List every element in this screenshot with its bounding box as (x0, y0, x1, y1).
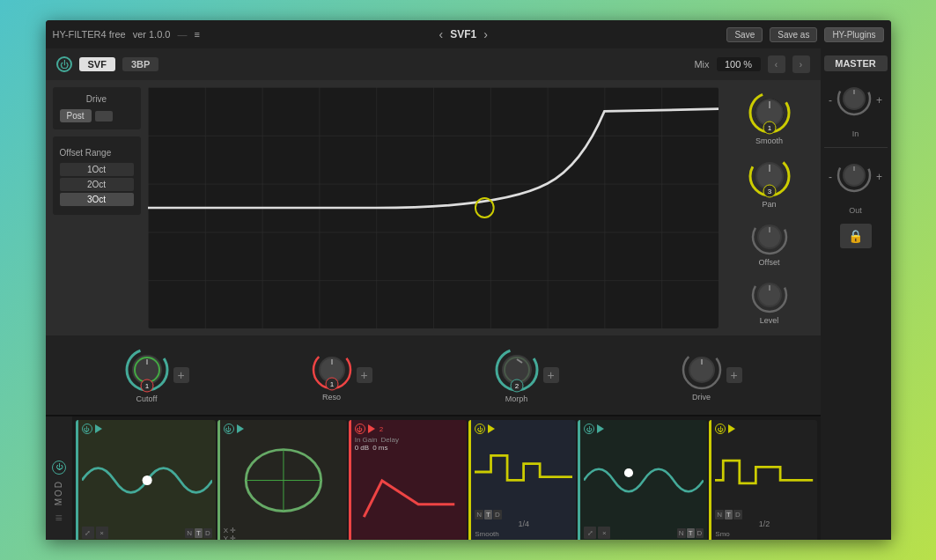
rnd1-d-btn[interactable]: D (493, 510, 502, 519)
drive-knob[interactable] (681, 349, 723, 391)
env1-ingain-value: 0 dB0 ms (355, 444, 464, 452)
rnd2-power-btn[interactable]: ⏻ (715, 424, 726, 434)
post-row: Post (60, 109, 134, 122)
pan-knob[interactable]: 3 (748, 154, 792, 198)
rnd2-play-btn[interactable] (728, 424, 735, 433)
reso-add-btn[interactable]: + (357, 367, 372, 383)
save-as-button[interactable]: Save as (770, 27, 817, 42)
svg-text:1: 1 (329, 380, 334, 388)
in-minus-btn[interactable]: - (829, 94, 832, 107)
rnd1-t-btn[interactable]: T (484, 510, 492, 519)
lfo1-power-btn[interactable]: ⏻ (82, 424, 92, 434)
rnd2-t-btn[interactable]: T (725, 510, 733, 519)
in-knob[interactable] (836, 80, 873, 117)
mod-menu-icon[interactable]: ≡ (55, 511, 62, 525)
cutoff-add-btn[interactable]: + (173, 367, 189, 383)
offset-section: Offset Range 1Oct 2Oct 3Oct (53, 136, 141, 215)
prev-preset-btn[interactable]: ‹ (439, 27, 443, 41)
mod-section: ⏻ MOD ≡ ⏻ (46, 415, 821, 540)
reso-knob[interactable]: 1 (311, 349, 353, 391)
top-bar: ⏻ SVF 3BP Mix 100 % ‹ › (46, 48, 821, 80)
mix-next-btn[interactable]: › (792, 55, 810, 73)
env1-header: ⏻ 2 (355, 424, 464, 434)
mix-label: Mix (694, 59, 709, 70)
offset-knob-container: Offset (750, 217, 789, 267)
plugin-window: HY-FILTER4 free ver 1.0.0 — ≡ ‹ SVF1 › S… (46, 20, 891, 540)
pan-label: Pan (762, 200, 776, 209)
lfo1-d-btn[interactable]: D (203, 528, 212, 538)
bottom-knobs-bar: 1 Cutoff + 1 (46, 335, 821, 415)
2dlfo1-module: ⏻ X ✛Y ✛ (217, 420, 347, 540)
morph-knob[interactable]: 2 (494, 347, 540, 393)
level-knob[interactable] (750, 276, 789, 314)
lfo1-ntd: N T D (185, 528, 211, 538)
next-preset-btn[interactable]: › (483, 27, 488, 41)
filter-type-button[interactable]: 3BP (122, 57, 158, 71)
2dlfo1-xy: X ✛Y ✛ (224, 527, 343, 540)
2dlfo1-waveform-svg (224, 436, 343, 525)
rnd2-value: 1/2 (715, 519, 813, 528)
rnd2-waveform-svg (715, 436, 813, 508)
svg-text:2: 2 (514, 382, 519, 390)
menu-icon[interactable]: ≡ (194, 29, 199, 40)
svg-text:1: 1 (767, 124, 771, 132)
env1-wave (355, 452, 464, 540)
lfo1-t-btn[interactable]: T (195, 528, 203, 538)
rnd2-ntd: N T D (715, 510, 813, 519)
in-knob-container (836, 80, 873, 121)
lfo2-icon1[interactable]: ⤢ (584, 527, 596, 539)
2dlfo1-play-btn[interactable] (237, 424, 244, 433)
lfo1-play-btn[interactable] (95, 424, 102, 433)
rnd2-d-btn[interactable]: D (733, 510, 742, 519)
version-label: ver 1.0.0 (133, 29, 171, 40)
out-minus-btn[interactable]: - (829, 171, 832, 183)
oct2-button[interactable]: 2Oct (60, 178, 134, 191)
oct3-button[interactable]: 3Oct (60, 193, 134, 206)
filter-mode-button[interactable]: SVF (79, 57, 115, 71)
env1-power-btn[interactable]: ⏻ (355, 424, 365, 434)
lfo1-icon1[interactable]: ⤢ (82, 527, 94, 539)
morph-add-btn[interactable]: + (543, 367, 559, 383)
rnd2-smooth: Smo0% (715, 530, 813, 540)
preset-name: SVF1 (450, 28, 476, 41)
offset-knob[interactable] (750, 217, 789, 256)
morph-group: 2 Morph + (494, 347, 559, 403)
rnd1-n-btn[interactable]: N (475, 510, 483, 519)
save-button[interactable]: Save (726, 27, 763, 42)
mix-prev-btn[interactable]: ‹ (768, 55, 785, 73)
cutoff-knob[interactable]: 1 (124, 347, 170, 393)
lfo2-play-btn[interactable] (597, 424, 604, 433)
mix-value[interactable]: 100 % (717, 57, 761, 71)
out-plus-btn[interactable]: + (876, 171, 882, 183)
lfo2-t-btn[interactable]: T (687, 528, 695, 538)
lfo2-n-btn[interactable]: N (677, 528, 686, 538)
rnd1-play-btn[interactable] (488, 424, 495, 433)
env1-play-btn[interactable] (368, 424, 375, 433)
lock-button[interactable]: 🔒 (840, 224, 872, 248)
brand-button[interactable]: HY-Plugins (824, 27, 883, 42)
reso-knob-container: 1 Reso (311, 349, 353, 402)
lfo2-icon2[interactable]: × (598, 527, 610, 539)
lfo1-icon2[interactable]: × (96, 527, 108, 539)
lfo2-d-btn[interactable]: D (696, 528, 704, 538)
lfo2-power-btn[interactable]: ⏻ (584, 424, 594, 434)
reso-group: 1 Reso + (311, 349, 372, 402)
post-toggle[interactable] (95, 111, 113, 122)
lfo1-n-btn[interactable]: N (185, 528, 194, 538)
env1-num: 2 (380, 425, 383, 433)
rnd1-power-btn[interactable]: ⏻ (475, 424, 485, 434)
out-knob[interactable] (836, 157, 873, 194)
2dlfo1-power-btn[interactable]: ⏻ (224, 424, 234, 434)
svg-point-47 (142, 475, 151, 485)
master-divider (824, 147, 888, 148)
post-button[interactable]: Post (60, 109, 92, 122)
mod-power-button[interactable]: ⏻ (52, 461, 66, 475)
drive-add-btn[interactable]: + (726, 367, 742, 383)
main-power-button[interactable]: ⏻ (56, 56, 72, 72)
rnd2-n-btn[interactable]: N (715, 510, 724, 519)
env1-ingain-row: In GainDelay (355, 436, 464, 444)
oct1-button[interactable]: 1Oct (60, 163, 134, 176)
filter-graph[interactable] (148, 87, 719, 328)
smooth-knob[interactable]: 1 (748, 91, 792, 135)
in-plus-btn[interactable]: + (876, 94, 882, 107)
